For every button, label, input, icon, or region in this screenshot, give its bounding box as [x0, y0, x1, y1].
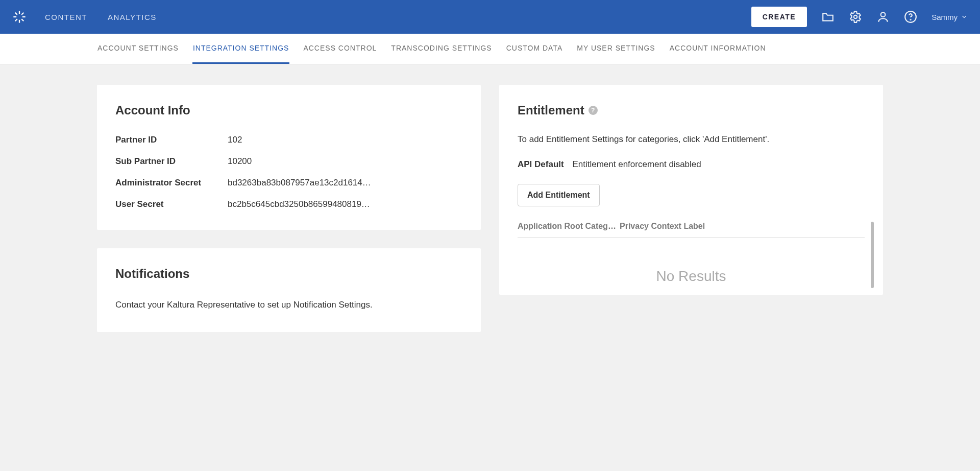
- entitlement-header: Entitlement ?: [518, 103, 865, 117]
- folder-icon[interactable]: [821, 10, 835, 23]
- nav-content[interactable]: CONTENT: [45, 13, 87, 21]
- app-logo-icon: [12, 10, 27, 24]
- value-partner-id: 102: [228, 135, 462, 145]
- username-label: Sammy: [932, 13, 958, 21]
- column-privacy-context: Privacy Context Label: [620, 222, 865, 231]
- tab-custom-data[interactable]: CUSTOM DATA: [506, 34, 564, 64]
- add-entitlement-button[interactable]: Add Entitlement: [518, 184, 600, 206]
- label-admin-secret: Administrator Secret: [115, 178, 228, 188]
- entitlement-intro: To add Entitlement Settings for categori…: [518, 133, 865, 146]
- label-sub-partner-id: Sub Partner ID: [115, 156, 228, 167]
- primary-nav: CONTENT ANALYTICS: [45, 13, 751, 21]
- value-user-secret: bc2b5c645cbd3250b86599480819…: [228, 199, 462, 209]
- svg-line-6: [15, 19, 17, 21]
- svg-point-8: [854, 15, 857, 19]
- left-column: Account Info Partner ID 102 Sub Partner …: [97, 85, 481, 332]
- tab-account-settings[interactable]: ACCOUNT SETTINGS: [97, 34, 179, 64]
- svg-point-9: [881, 12, 886, 17]
- svg-point-11: [911, 19, 911, 20]
- label-user-secret: User Secret: [115, 199, 228, 209]
- account-info-card: Account Info Partner ID 102 Sub Partner …: [97, 85, 481, 230]
- notifications-card: Notifications Contact your Kaltura Repre…: [97, 248, 481, 332]
- row-partner-id: Partner ID 102: [115, 135, 462, 145]
- tab-access-control[interactable]: ACCESS CONTROL: [303, 34, 377, 64]
- api-default-value: Entitlement enforcement disabled: [572, 159, 701, 169]
- entitlement-help-icon[interactable]: ?: [589, 106, 598, 115]
- api-default-label: API Default: [518, 159, 564, 169]
- row-sub-partner-id: Sub Partner ID 10200: [115, 156, 462, 167]
- right-column: Entitlement ? To add Entitlement Setting…: [499, 85, 883, 295]
- notifications-title: Notifications: [115, 267, 462, 281]
- gear-icon[interactable]: [849, 10, 862, 23]
- value-admin-secret: bd3263ba83b087957ae13c2d1614…: [228, 178, 462, 188]
- user-icon[interactable]: [876, 10, 890, 23]
- nav-analytics[interactable]: ANALYTICS: [108, 13, 157, 21]
- create-button[interactable]: CREATE: [751, 7, 807, 27]
- entitlement-card: Entitlement ? To add Entitlement Setting…: [499, 85, 883, 295]
- no-results-text: No Results: [518, 238, 865, 285]
- entitlement-title: Entitlement: [518, 103, 584, 117]
- label-partner-id: Partner ID: [115, 135, 228, 145]
- help-icon[interactable]: [904, 10, 917, 23]
- notifications-body: Contact your Kaltura Representative to s…: [115, 298, 462, 312]
- tab-account-information[interactable]: ACCOUNT INFORMATION: [669, 34, 767, 64]
- tab-integration-settings[interactable]: INTEGRATION SETTINGS: [192, 34, 290, 64]
- column-root-category: Application Root Categ…: [518, 222, 620, 231]
- svg-line-7: [21, 13, 23, 15]
- account-info-title: Account Info: [115, 103, 462, 117]
- top-right-controls: CREATE Sammy: [751, 7, 968, 27]
- tab-my-user-settings[interactable]: MY USER SETTINGS: [576, 34, 655, 64]
- svg-line-5: [21, 19, 23, 21]
- tab-transcoding-settings[interactable]: TRANSCODING SETTINGS: [390, 34, 492, 64]
- content-area: Account Info Partner ID 102 Sub Partner …: [0, 64, 980, 352]
- scrollbar[interactable]: [871, 222, 874, 288]
- value-sub-partner-id: 10200: [228, 156, 462, 167]
- entitlement-table-header: Application Root Categ… Privacy Context …: [518, 222, 865, 238]
- api-default-row: API Default Entitlement enforcement disa…: [518, 159, 865, 170]
- entitlement-table: Application Root Categ… Privacy Context …: [518, 222, 865, 285]
- settings-tabs: ACCOUNT SETTINGS INTEGRATION SETTINGS AC…: [0, 34, 980, 64]
- row-admin-secret: Administrator Secret bd3263ba83b087957ae…: [115, 178, 462, 188]
- user-menu[interactable]: Sammy: [932, 13, 968, 21]
- top-bar: CONTENT ANALYTICS CREATE: [0, 0, 980, 34]
- chevron-down-icon: [961, 13, 968, 20]
- row-user-secret: User Secret bc2b5c645cbd3250b86599480819…: [115, 199, 462, 209]
- svg-line-4: [15, 13, 17, 15]
